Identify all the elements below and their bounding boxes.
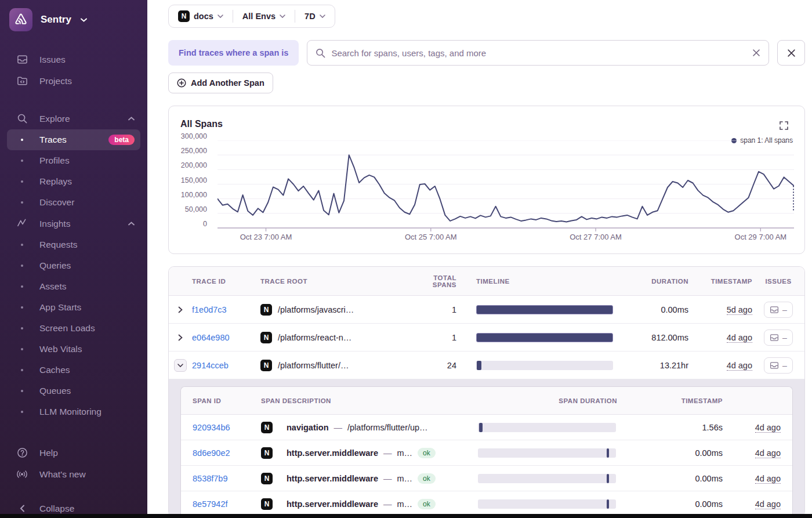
chevron-up-icon [128, 117, 135, 121]
span-duration: 0.00ms [617, 448, 723, 458]
sidebar-item-help[interactable]: Help [7, 442, 140, 463]
sidebar-item-llm-monitoring[interactable]: LLM Monitoring [7, 401, 140, 422]
y-tick: 150,000 [181, 176, 207, 184]
close-icon [787, 49, 796, 57]
sidebar-section-explore[interactable]: Explore [7, 108, 140, 129]
environment-selector[interactable]: All Envs [242, 12, 285, 21]
clear-search-button[interactable] [752, 49, 760, 57]
span-table: SPAN ID SPAN DESCRIPTION SPAN DURATION T… [180, 386, 793, 517]
list-item[interactable]: 920934b6 N navigation — /platforms/flutt… [181, 415, 792, 440]
expand-row-button[interactable] [169, 306, 192, 313]
issues-button[interactable]: – [764, 357, 793, 374]
sidebar-item-replays[interactable]: Replays [7, 171, 140, 192]
sidebar-item-projects[interactable]: Projects [7, 70, 140, 92]
issues-button[interactable]: – [764, 302, 793, 318]
expand-chart-button[interactable] [780, 121, 788, 130]
timestamp[interactable]: 4d ago [755, 499, 781, 509]
divider [233, 10, 233, 23]
sidebar-section-insights[interactable]: Insights [7, 213, 140, 234]
sentry-logo [9, 8, 32, 31]
bullet-icon [16, 244, 28, 246]
sidebar-item-label: App Starts [39, 302, 81, 313]
sidebar-item-assets[interactable]: Assets [7, 276, 140, 297]
date-range-selector[interactable]: 7D [304, 12, 325, 21]
search-input[interactable] [331, 48, 746, 58]
span-id-link[interactable]: 920934b6 [193, 423, 230, 432]
timestamp[interactable]: 5d ago [727, 305, 752, 315]
span-id-link[interactable]: 8d6e90e2 [193, 448, 230, 458]
chevron-left-icon [16, 505, 28, 512]
sidebar-item-caches[interactable]: Caches [7, 360, 140, 381]
nextjs-icon: N [178, 10, 190, 22]
sidebar-item-traces[interactable]: Traces beta [7, 129, 140, 150]
sidebar-item-whats-new[interactable]: What's new [7, 463, 140, 485]
broadcast-icon [16, 470, 28, 479]
sidebar-item-label: LLM Monitoring [39, 407, 102, 417]
org-switcher[interactable]: Sentry [7, 7, 140, 31]
trace-id-link[interactable]: 2914cceb [192, 361, 229, 370]
trace-root: /platforms/flutter/… [278, 361, 349, 370]
environment-label: All Envs [242, 12, 276, 21]
sentry-logo-icon [14, 13, 28, 27]
sidebar-item-queries[interactable]: Queries [7, 255, 140, 276]
sidebar-item-discover[interactable]: Discover [7, 192, 140, 213]
timestamp[interactable]: 4d ago [755, 423, 781, 433]
timestamp[interactable]: 4d ago [755, 448, 781, 458]
sidebar-item-web-vitals[interactable]: Web Vitals [7, 339, 140, 360]
span-id-link[interactable]: 8538f7b9 [193, 474, 227, 483]
project-selector[interactable]: N docs [178, 10, 223, 22]
sidebar-item-profiles[interactable]: Profiles [7, 150, 140, 171]
sidebar-item-app-starts[interactable]: App Starts [7, 297, 140, 318]
x-tick: Oct 25 7:00 AM [405, 233, 457, 241]
dash-separator: — [334, 423, 343, 432]
span-search-bar[interactable] [307, 40, 769, 66]
add-another-span-label: Add Another Span [191, 78, 264, 88]
timeline-bar [476, 361, 613, 370]
span-description: /platforms/flutter/up… [347, 423, 428, 432]
span-op: http.server.middleware [287, 448, 378, 458]
issues-icon [770, 361, 779, 370]
table-row[interactable]: 2914cceb N /platforms/flutter/… 24 13.21… [169, 352, 804, 379]
find-traces-chip[interactable]: Find traces where a span is [168, 40, 299, 66]
sidebar-item-label: Replays [39, 176, 72, 187]
col-timestamp: TIMESTAMP [688, 278, 752, 285]
dash-separator: — [383, 474, 392, 483]
sidebar-item-queues[interactable]: Queues [7, 381, 140, 401]
issues-button[interactable]: – [764, 329, 793, 346]
remove-span-filter-button[interactable] [777, 40, 805, 66]
timestamp[interactable]: 4d ago [727, 361, 752, 371]
sidebar-item-requests[interactable]: Requests [7, 234, 140, 255]
total-spans: 24 [410, 361, 456, 370]
timestamp[interactable]: 4d ago [727, 333, 752, 343]
projects-icon [16, 75, 28, 86]
duration: 812.00ms [613, 333, 688, 342]
trace-id-link[interactable]: e064e980 [192, 333, 230, 342]
add-another-span-button[interactable]: Add Another Span [168, 73, 273, 93]
list-item[interactable]: 8d6e90e2 N http.server.middleware — m… o… [181, 440, 792, 466]
timestamp[interactable]: 4d ago [755, 474, 781, 484]
span-timeline-bar [478, 448, 616, 458]
collapse-row-button[interactable] [174, 359, 187, 372]
span-description: m… [397, 448, 412, 458]
expand-row-button[interactable] [169, 334, 192, 341]
table-row[interactable]: e064e980 N /platforms/react-n… 1 812.00m… [169, 324, 804, 352]
span-timeline-bar [478, 423, 616, 432]
col-span-id: SPAN ID [193, 397, 261, 404]
col-span-timestamp: TIMESTAMP [617, 397, 723, 404]
dash-separator: — [383, 499, 392, 509]
y-tick: 0 [203, 220, 207, 228]
sidebar-item-screen-loads[interactable]: Screen Loads [7, 318, 140, 339]
table-row[interactable]: f1e0d7c3 N /platforms/javascri… 1 0.00ms… [169, 296, 804, 324]
main-content: N docs All Envs 7D Find traces where a s… [147, 0, 812, 518]
list-item[interactable]: 8538f7b9 N http.server.middleware — m… o… [181, 466, 792, 491]
org-name: Sentry [41, 14, 71, 26]
trace-id-link[interactable]: f1e0d7c3 [192, 305, 227, 314]
sidebar-item-issues[interactable]: Issues [7, 49, 140, 70]
span-id-link[interactable]: 8e57942f [193, 499, 227, 509]
bullet-icon [16, 139, 28, 141]
pulse-icon [16, 218, 28, 229]
list-item[interactable]: 8e57942f N http.server.middleware — m… o… [181, 491, 792, 517]
sidebar-item-label: Queries [39, 260, 71, 271]
span-op: http.server.middleware [287, 474, 378, 483]
col-span-duration: SPAN DURATION [478, 397, 617, 404]
